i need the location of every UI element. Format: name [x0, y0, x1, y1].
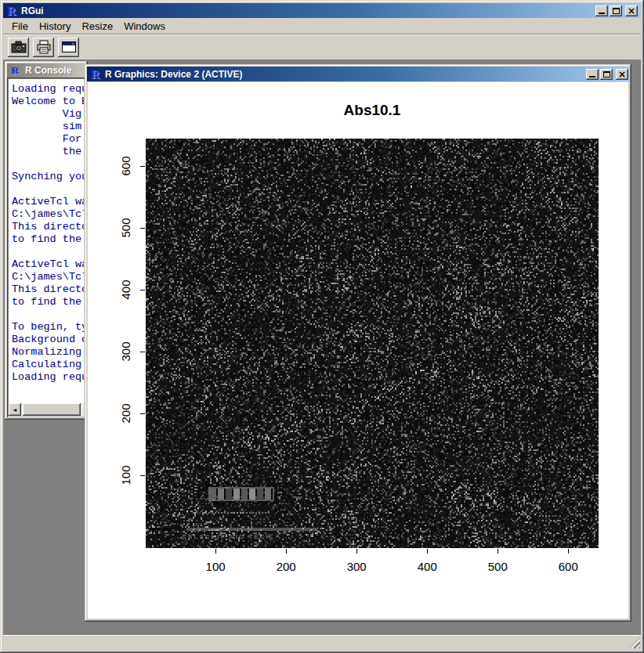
r-graphics-icon: R [89, 69, 102, 80]
x-axis-tick-label: 600 [549, 560, 587, 573]
y-axis-tick [140, 475, 145, 476]
x-axis-tick [497, 549, 498, 554]
console-client[interactable]: Loading requWelcome to B Vig sim For the… [7, 78, 85, 417]
menu-item-file[interactable]: File [6, 19, 34, 34]
resize-grip[interactable] [629, 637, 640, 648]
graphics-window: R R Graphics: Device 2 (ACTIVE) × Abs10.… [85, 64, 631, 622]
console-line: For [12, 133, 84, 146]
y-axis-tick [140, 228, 145, 229]
scroll-left-arrow-icon: ◄ [13, 407, 18, 413]
r-app-icon: R [5, 5, 18, 16]
y-axis-tick-label: 200 [119, 397, 132, 430]
printer-icon [36, 40, 52, 54]
maximize-icon [613, 8, 620, 14]
graphics-client: Abs10.1 CALSCHIP NIO TECH 10020030040050… [88, 82, 628, 619]
maximize-button[interactable] [610, 5, 622, 16]
console-titlebar[interactable]: R R Console [7, 63, 85, 78]
chip-label-watermark: CALSCHIP NIO TECH [182, 533, 315, 540]
console-line: to find the [12, 233, 84, 246]
console-text[interactable]: Loading requWelcome to B Vig sim For the… [9, 79, 84, 403]
console-line: ActiveTcl wa [12, 196, 84, 208]
toolbar [3, 34, 641, 60]
console-line: Welcome to B [12, 96, 84, 108]
console-line: ActiveTcl wa [12, 258, 84, 271]
x-axis-tick [568, 549, 569, 554]
console-line: C:\james\Tcl [12, 208, 84, 221]
console-line: This directo [12, 283, 84, 296]
console-line [12, 246, 84, 258]
x-axis-tick-label: 200 [267, 560, 305, 573]
y-axis-tick [140, 352, 145, 352]
y-axis-tick [140, 413, 145, 414]
console-line: to find the [12, 296, 84, 308]
console-line: sim [12, 121, 84, 133]
y-axis-tick-label: 400 [119, 273, 132, 306]
console-line: To begin, ty [12, 321, 84, 334]
x-axis-tick [215, 549, 216, 554]
minimize-button[interactable] [595, 5, 608, 16]
menu-item-windows[interactable]: Windows [118, 19, 171, 34]
x-axis-tick-label: 300 [338, 560, 375, 573]
y-axis-tick-label: 100 [119, 459, 132, 492]
menu-item-resize[interactable]: Resize [76, 19, 118, 34]
console-line: C:\james\Tcl [12, 271, 84, 283]
x-axis-tick-label: 100 [197, 560, 234, 573]
y-axis-tick-label: 500 [119, 211, 132, 244]
snapshot-button[interactable] [8, 38, 29, 57]
menu-bar: File History Resize Windows [3, 18, 641, 34]
console-window: R R Console Loading requWelcome to B Vig… [5, 61, 88, 420]
plot-title: Abs10.1 [146, 102, 599, 119]
console-line: Loading requ [12, 371, 84, 384]
close-button[interactable]: × [625, 5, 638, 16]
minimize-icon [599, 13, 605, 14]
graphics-title: R Graphics: Device 2 (ACTIVE) [105, 69, 586, 80]
x-axis-tick [427, 549, 428, 554]
mdi-workspace: R R Console Loading requWelcome to B Vig… [3, 60, 641, 634]
y-axis-tick-label: 600 [119, 150, 132, 182]
scroll-left-button[interactable]: ◄ [9, 403, 21, 416]
console-line: Vig [12, 108, 84, 121]
console-line: Loading requ [12, 83, 84, 96]
close-icon: × [628, 6, 635, 16]
minimize-icon [589, 76, 595, 78]
y-axis-tick [140, 290, 145, 290]
print-button[interactable] [33, 38, 54, 57]
console-line: Normalizing [12, 346, 84, 359]
y-axis-tick [140, 166, 145, 167]
maximize-icon [603, 71, 610, 78]
console-line: This directo [12, 221, 84, 233]
microarray-image [146, 139, 599, 548]
x-axis-tick-label: 500 [479, 560, 516, 573]
console-line [12, 158, 84, 171]
menu-item-history[interactable]: History [34, 19, 76, 34]
x-axis-tick-label: 400 [408, 560, 446, 573]
scroll-thumb[interactable] [23, 403, 81, 416]
console-line [12, 308, 84, 321]
window-title: RGui [21, 5, 595, 16]
main-titlebar[interactable]: R RGui × [3, 3, 641, 18]
console-hscrollbar[interactable]: ◄ [9, 403, 84, 416]
graphics-maximize-button[interactable] [600, 69, 613, 80]
graphics-close-button[interactable]: × [616, 69, 628, 80]
close-icon: × [618, 70, 626, 79]
console-line: Calculating [12, 359, 84, 371]
console-line: Background c [12, 334, 84, 346]
camera-icon [11, 41, 27, 53]
status-bar [3, 634, 641, 649]
r-console-icon: R [9, 65, 22, 76]
console-window-icon [61, 41, 77, 53]
x-axis-tick [286, 549, 287, 554]
graphics-titlebar[interactable]: R R Graphics: Device 2 (ACTIVE) × [87, 67, 629, 81]
rgui-main-window: R RGui × File History Resize Windows [0, 0, 644, 653]
console-line [12, 183, 84, 196]
console-window-button[interactable] [58, 38, 79, 57]
console-line: the [12, 146, 84, 158]
y-axis-tick-label: 300 [119, 335, 132, 368]
x-axis-tick [356, 549, 357, 554]
console-title: R Console [25, 65, 85, 76]
graphics-minimize-button[interactable] [586, 69, 599, 80]
console-line: Synching you [12, 171, 84, 183]
